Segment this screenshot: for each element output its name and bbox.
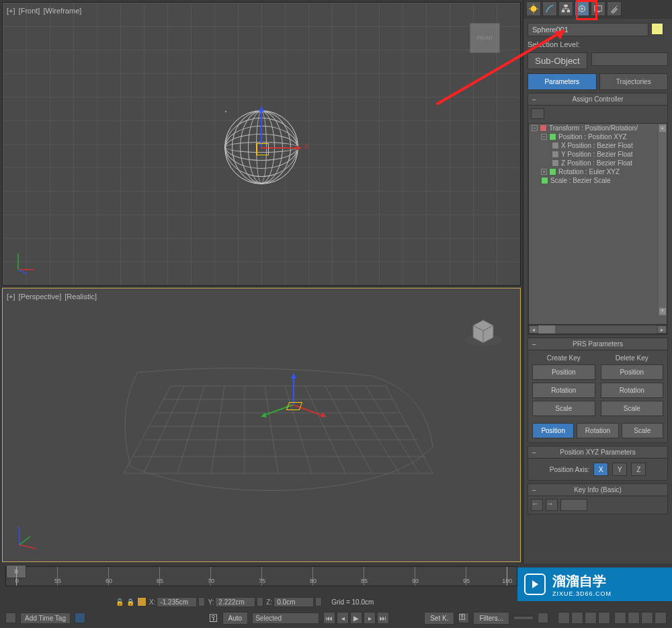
svg-point-29 xyxy=(531,6,537,12)
goto-end-button[interactable]: ⏭ xyxy=(377,612,389,624)
play-button[interactable]: ▶ xyxy=(350,612,362,624)
parameters-tab[interactable]: Parameters xyxy=(528,73,597,90)
selection-level-label: Selection Level: xyxy=(528,40,668,48)
viewport-perspective[interactable]: [+] [Perspective] [Realistic] xyxy=(2,288,521,562)
next-frame-button[interactable]: ▸ xyxy=(364,612,376,624)
rotation-mode-button[interactable]: Rotation xyxy=(577,423,618,438)
svg-line-4 xyxy=(177,386,204,473)
view-cube-perspective[interactable] xyxy=(463,312,503,342)
axis-z-button[interactable]: Z xyxy=(631,463,646,476)
svg-rect-39 xyxy=(595,6,602,11)
utilities-tab[interactable] xyxy=(607,1,622,16)
command-panel-tabs xyxy=(523,0,672,19)
scale-mode-button[interactable]: Scale xyxy=(622,423,663,438)
animation-controls: Add Time Tag ⚿ Auto Selected ⏮ ◂ ▶ ▸ ⏭ S… xyxy=(0,608,672,628)
lock-icon[interactable]: 🔒 xyxy=(126,598,134,606)
sub-object-button[interactable]: Sub-Object xyxy=(528,52,587,69)
nav-icon-2[interactable] xyxy=(571,612,583,624)
create-rotation-key-button[interactable]: Rotation xyxy=(532,383,595,398)
tree-scrollbar-h[interactable]: ◂▸ xyxy=(528,325,667,334)
display-tab[interactable] xyxy=(591,1,605,16)
time-config-icon[interactable] xyxy=(538,613,548,623)
hierarchy-tab[interactable] xyxy=(558,1,573,16)
view-cube-front[interactable]: FRONT xyxy=(470,23,500,53)
auto-key-button[interactable]: Auto xyxy=(222,612,249,625)
z-spinner[interactable] xyxy=(315,597,322,606)
svg-text:z: z xyxy=(17,524,19,530)
modify-tab[interactable] xyxy=(542,1,557,16)
create-tab[interactable] xyxy=(526,1,541,16)
key-filters-button[interactable]: Filters... xyxy=(473,612,509,625)
key-icon[interactable]: ⚿ xyxy=(209,613,218,623)
assign-controller-header[interactable]: –Assign Controller xyxy=(528,93,667,106)
axis-y-button[interactable]: Y xyxy=(612,463,627,476)
create-key-label: Create Key xyxy=(532,354,595,362)
script-listener-icon[interactable] xyxy=(5,613,16,623)
selection-lock-icon[interactable]: 🔓 xyxy=(116,598,124,606)
viewport-container: [+] [Front] [Wireframe] x FRONT [+] [ xyxy=(0,0,523,563)
transform-type-icon[interactable] xyxy=(137,597,146,606)
create-position-key-button[interactable]: Position xyxy=(532,364,595,380)
viewport-front[interactable]: [+] [Front] [Wireframe] x FRONT xyxy=(2,2,521,286)
axis-x-button[interactable]: X xyxy=(593,463,608,476)
svg-line-9 xyxy=(305,386,345,473)
y-spinner[interactable] xyxy=(257,597,263,606)
key-info-header[interactable]: –Key Info (Basic) xyxy=(528,484,667,496)
goto-start-button[interactable]: ⏮ xyxy=(323,612,335,624)
key-info-rollout: –Key Info (Basic) ← → xyxy=(528,483,668,514)
viewport-front-label[interactable]: [+] [Front] [Wireframe] xyxy=(7,7,83,15)
create-scale-key-button[interactable]: Scale xyxy=(532,401,595,416)
object-color-swatch[interactable] xyxy=(651,23,663,35)
watermark-logo-icon xyxy=(524,574,546,595)
svg-line-2 xyxy=(18,270,26,274)
position-xyz-header[interactable]: –Position XYZ Parameters xyxy=(528,446,667,459)
svg-line-5 xyxy=(211,386,224,473)
nav-icon-1[interactable] xyxy=(558,612,570,624)
tree-scrollbar-v[interactable]: ▴▾ xyxy=(659,124,667,316)
y-coord-field[interactable]: 2.222cm xyxy=(215,597,255,607)
command-panel: Sphere001 Selection Level: Sub-Object Pa… xyxy=(523,0,672,563)
frame-field[interactable] xyxy=(513,616,534,620)
controller-tree[interactable]: −Transform : Position/Rotation/ −Positio… xyxy=(528,123,667,325)
svg-line-11 xyxy=(345,386,399,473)
svg-rect-40 xyxy=(596,11,599,12)
nav-icon-6[interactable] xyxy=(628,612,640,624)
x-spinner[interactable] xyxy=(198,597,205,606)
trajectories-tab[interactable]: Trajectories xyxy=(599,73,669,90)
delete-scale-key-button[interactable]: Scale xyxy=(601,401,664,416)
svg-marker-43 xyxy=(532,580,538,588)
position-mode-button[interactable]: Position xyxy=(532,423,574,438)
assign-controller-button[interactable] xyxy=(531,108,544,119)
svg-line-7 xyxy=(265,386,278,473)
key-next-button[interactable]: → xyxy=(546,499,558,511)
delete-position-key-button[interactable]: Position xyxy=(601,364,664,380)
object-name-field[interactable]: Sphere001 xyxy=(528,23,648,36)
svg-rect-34 xyxy=(564,5,567,7)
selected-field[interactable]: Selected xyxy=(252,613,319,624)
key-prev-button[interactable]: ← xyxy=(531,499,543,511)
add-time-tag[interactable]: Add Time Tag xyxy=(20,613,71,624)
z-coord-field[interactable]: 0.0cm xyxy=(274,597,314,607)
nav-icon-3[interactable] xyxy=(585,612,597,624)
prs-parameters-rollout: –PRS Parameters Create Key Position Rota… xyxy=(528,338,668,443)
set-key-button[interactable]: Set K. xyxy=(424,612,454,625)
nav-icon-4[interactable] xyxy=(598,612,610,624)
delete-rotation-key-button[interactable]: Rotation xyxy=(601,383,664,398)
key-filters-icon[interactable]: ⚿ xyxy=(458,613,469,623)
position-xyz-rollout: –Position XYZ Parameters Position Axis: … xyxy=(528,446,668,481)
nav-icon-8[interactable] xyxy=(655,612,667,624)
position-axis-label: Position Axis: xyxy=(550,466,589,473)
motion-tab[interactable] xyxy=(575,1,589,16)
axis-indicator-front xyxy=(13,248,40,275)
sub-object-dropdown[interactable] xyxy=(591,52,668,66)
viewport-perspective-label[interactable]: [+] [Perspective] [Realistic] xyxy=(7,292,98,301)
key-number-field[interactable] xyxy=(560,499,587,511)
maxscript-icon[interactable] xyxy=(75,613,85,623)
ground-grid xyxy=(117,366,439,500)
x-coord-field[interactable]: -1.235cm xyxy=(157,597,197,607)
time-slider[interactable]: 0 0 55 60 65 70 75 80 85 90 95 100 xyxy=(0,563,523,597)
nav-icon-7[interactable] xyxy=(641,612,653,624)
prs-parameters-header[interactable]: –PRS Parameters xyxy=(528,338,667,350)
nav-icon-5[interactable] xyxy=(614,612,626,624)
prev-frame-button[interactable]: ◂ xyxy=(337,612,349,624)
